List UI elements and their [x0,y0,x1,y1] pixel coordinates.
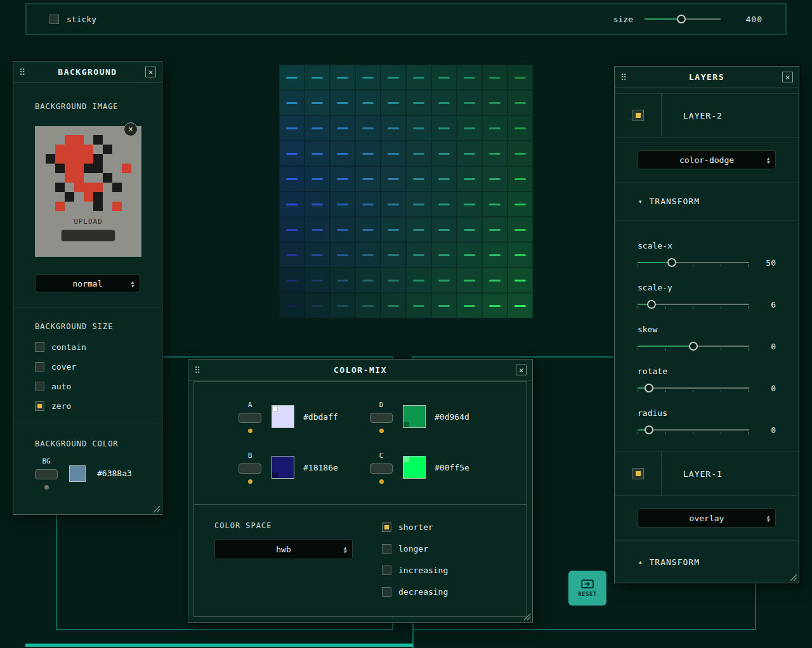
grid-cell-dash [311,305,323,307]
checkbox-icon[interactable] [35,401,44,411]
grid-cell [406,191,431,217]
bg-color-swatch[interactable] [69,465,86,482]
layer-1-blend-select[interactable]: overlay ▲▼ [638,509,776,528]
slider-thumb[interactable] [647,300,656,309]
color-slot-button[interactable] [239,413,261,423]
drag-handle-icon[interactable]: ⠿ [620,72,627,82]
grid-cell [279,166,304,191]
option-auto[interactable]: auto [35,382,140,391]
grid-cell-dash [337,77,348,79]
bg-slot-button[interactable] [35,469,58,479]
color-slot-button[interactable] [370,413,393,423]
remove-image-button[interactable]: × [124,122,138,136]
grid-cell-dash [311,178,323,180]
reset-label: RESET [578,591,597,597]
close-icon[interactable]: × [782,72,793,82]
grid-cell [457,115,482,141]
upload-label: UPLOAD [74,217,103,226]
layer-1-transform-toggle[interactable]: ▴ TRANSFORM [615,541,799,583]
checkbox-icon[interactable] [382,587,391,597]
grid-cell-dash [362,127,374,129]
grid-cell [406,166,431,191]
grid-cell-dash [362,77,374,79]
grid-cell-dash [311,153,323,155]
slot-indicator-dot [379,429,384,433]
slider-rotate[interactable] [638,382,749,394]
layer-2-blend-select[interactable]: color-dodge ▲▼ [638,150,776,169]
background-blend-select[interactable]: normal ▲▼ [35,275,140,292]
option-longer[interactable]: longer [382,544,448,554]
color-swatch-d[interactable] [403,405,426,428]
reset-button[interactable]: RESET [568,571,606,606]
slider-scale-y[interactable] [638,299,749,310]
slider-track[interactable] [638,387,749,389]
grid-cell [482,115,508,141]
color-swatch-c[interactable] [403,456,426,479]
close-icon[interactable]: × [145,67,156,77]
checkbox-icon[interactable] [35,362,44,372]
slider-ticks [638,264,748,268]
layer-1-toggle[interactable] [632,468,644,479]
checkbox-icon[interactable] [35,382,44,391]
grid-cell [406,217,431,242]
color-space-select[interactable]: hwb ▲▼ [214,539,353,559]
checkbox-icon[interactable] [382,566,391,575]
slider-thumb[interactable] [689,342,698,351]
grid-cell-dash [413,204,424,205]
layer-2-name: LAYER-2 [662,94,799,137]
resize-handle[interactable] [153,505,160,513]
slider-thumb[interactable] [667,258,676,267]
grid-cell-dash [489,127,501,129]
grid-cell [304,90,330,115]
grid-cell [381,242,406,268]
slider-thumb[interactable] [677,15,686,23]
checkbox-icon[interactable] [35,342,44,352]
checkbox-icon[interactable] [382,522,391,532]
option-increasing[interactable]: increasing [382,566,448,575]
grid-cell-dash [413,254,424,256]
grid-cell [279,115,304,141]
sticky-checkbox[interactable] [49,15,59,24]
slider-value: 0 [754,425,776,435]
resize-handle[interactable] [790,574,797,581]
slider-skew[interactable] [638,340,749,352]
option-cover[interactable]: cover [35,362,140,372]
bg-color-hex: #6388a3 [97,469,132,478]
option-contain[interactable]: contain [35,342,140,352]
bg-label: BG [42,457,50,465]
grid-cell [355,268,381,293]
slider-scale-x[interactable] [638,257,749,268]
grid-cell-dash [286,305,298,307]
size-slider[interactable] [645,13,721,25]
grid-cell-dash [464,305,475,307]
color-swatch-b[interactable] [272,456,294,479]
grid-cell [406,141,431,166]
drag-handle-icon[interactable]: ⠿ [19,67,25,77]
close-icon[interactable]: × [516,365,527,375]
layer-2-toggle[interactable] [632,110,644,121]
grid-cell [431,217,457,242]
grid-cell [381,115,406,141]
grid-cell-dash [388,102,399,104]
chevron-updown-icon: ▲▼ [766,515,769,522]
grid-cell-dash [438,153,450,155]
resize-handle[interactable] [523,613,531,621]
grid-cell [457,217,482,242]
upload-button[interactable] [61,230,115,242]
option-zero[interactable]: zero [35,401,140,411]
grid-cell [482,191,508,217]
color-entry-b: B #18186e [239,451,370,483]
layer-2-transform-toggle[interactable]: ▾ TRANSFORM [615,183,799,220]
drag-handle-icon[interactable]: ⠿ [194,365,200,375]
grid-cell-dash [337,254,348,256]
slider-radius[interactable] [638,424,749,436]
option-shorter[interactable]: shorter [382,522,448,532]
slider-track[interactable] [638,429,749,431]
checkbox-icon[interactable] [382,544,391,554]
color-slot-button[interactable] [239,463,261,474]
slot-key: C [379,451,384,460]
option-decreasing[interactable]: decreasing [382,587,448,597]
color-swatch-a[interactable] [272,405,294,428]
background-image-label: BACKGROUND IMAGE [35,102,140,111]
color-slot-button[interactable] [370,463,393,474]
